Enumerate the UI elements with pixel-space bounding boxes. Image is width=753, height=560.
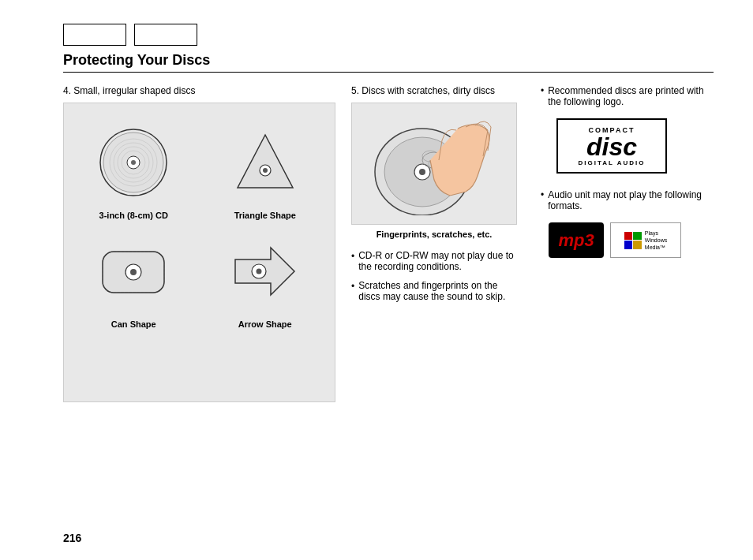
windows-media-badge: Plays Windows Media™ bbox=[610, 222, 681, 258]
svg-point-3 bbox=[131, 160, 136, 165]
can-shape-icon bbox=[96, 240, 171, 303]
disc-big-text: disc bbox=[586, 134, 637, 159]
media-text: Media™ bbox=[645, 244, 667, 251]
info-bullet-1: • Recommended discs are printed with the… bbox=[541, 85, 714, 107]
content-row: 4. Small, irregular shaped discs bbox=[63, 85, 714, 402]
info-bullet-dot-1: • bbox=[541, 85, 544, 107]
compact-disc-logo: COMPACT disc DIGITAL AUDIO bbox=[556, 118, 667, 174]
bullet-scratches-1: • CD-R or CD-RW may not play due to the … bbox=[351, 250, 517, 272]
disc-grid: 3-inch (8-cm) CD Triangle Shape bbox=[72, 119, 327, 329]
bullet-scratches-2: • Scratches and fingerprints on the disc… bbox=[351, 280, 517, 302]
section1-heading: 4. Small, irregular shaped discs bbox=[63, 85, 335, 96]
svg-point-21 bbox=[419, 169, 425, 175]
page-title: Protecting Your Discs bbox=[63, 52, 714, 73]
info-bullet-2: • Audio unit may not play the following … bbox=[541, 189, 714, 211]
triangle-label: Triangle Shape bbox=[234, 211, 296, 220]
arrow-image-area bbox=[222, 228, 309, 315]
info-bullet-dot-2: • bbox=[541, 189, 544, 211]
triangle-shape-icon bbox=[234, 131, 297, 194]
bullet-text-1: CD-R or CD-RW may not play due to the re… bbox=[358, 250, 517, 272]
disc-item-arrow: Arrow Shape bbox=[204, 228, 328, 329]
nav-boxes bbox=[63, 24, 714, 46]
win-pane-green bbox=[633, 232, 642, 241]
arrow-shape-icon bbox=[231, 240, 298, 303]
section-irregular: 4. Small, irregular shaped discs bbox=[63, 85, 335, 402]
win-pane-blue bbox=[624, 241, 633, 249]
page-number: 216 bbox=[63, 532, 81, 544]
win-pane-red bbox=[624, 232, 633, 241]
fingerprint-scratch-icon bbox=[363, 113, 505, 215]
mp3-label: mp3 bbox=[558, 230, 594, 251]
info-bullet-text-1: Recommended discs are printed with the f… bbox=[548, 85, 714, 107]
page-container: Protecting Your Discs 4. Small, irregula… bbox=[0, 0, 753, 560]
bullet-text-2: Scratches and fingerprints on the discs … bbox=[358, 280, 517, 302]
disc-item-cd: 3-inch (8-cm) CD bbox=[72, 119, 196, 220]
section-scratches: 5. Discs with scratches, dirty discs bbox=[335, 85, 525, 310]
scratch-caption: Fingerprints, scratches, etc. bbox=[351, 230, 517, 239]
disc-item-can: Can Shape bbox=[72, 228, 196, 329]
arrow-label: Arrow Shape bbox=[238, 319, 292, 329]
svg-marker-8 bbox=[238, 135, 293, 188]
section-info: • Recommended discs are printed with the… bbox=[525, 85, 714, 258]
scratch-image-box bbox=[351, 103, 517, 225]
mp3-badge: mp3 bbox=[549, 222, 604, 258]
disc-item-triangle: Triangle Shape bbox=[204, 119, 328, 220]
plays-text: Plays bbox=[645, 230, 667, 237]
format-badges: mp3 Plays Windows Media™ bbox=[549, 222, 714, 258]
triangle-image-area bbox=[222, 119, 309, 206]
disc-grid-box: 3-inch (8-cm) CD Triangle Shape bbox=[63, 103, 335, 402]
svg-point-17 bbox=[257, 269, 262, 274]
cd-label: 3-inch (8-cm) CD bbox=[99, 211, 168, 220]
can-image-area bbox=[90, 228, 177, 315]
svg-point-10 bbox=[263, 168, 268, 173]
info-bullet-text-2: Audio unit may not play the following fo… bbox=[548, 189, 714, 211]
nav-box-2 bbox=[134, 24, 197, 46]
windows-media-text: Plays Windows Media™ bbox=[645, 230, 667, 251]
bullet-dot-1: • bbox=[351, 251, 354, 272]
section2-heading: 5. Discs with scratches, dirty discs bbox=[351, 85, 517, 96]
nav-box-1 bbox=[63, 24, 126, 46]
svg-point-13 bbox=[130, 269, 137, 275]
can-label: Can Shape bbox=[111, 319, 156, 329]
digital-audio-text: DIGITAL AUDIO bbox=[579, 159, 646, 166]
cd-image-area bbox=[90, 119, 177, 206]
windows-text: Windows bbox=[645, 237, 667, 244]
cd-3inch-icon bbox=[98, 127, 169, 198]
bullet-dot-2: • bbox=[351, 281, 354, 302]
windows-logo-icon bbox=[624, 232, 642, 249]
win-pane-yellow bbox=[633, 241, 642, 249]
